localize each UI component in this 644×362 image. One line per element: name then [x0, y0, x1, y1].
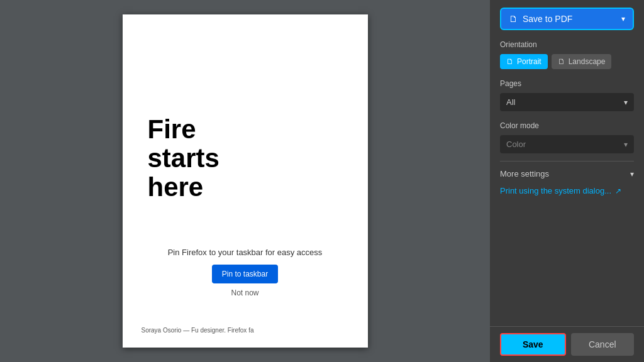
divider — [500, 161, 634, 162]
panel-content: 🗋 Save to PDF ▾ Orientation 🗋 Portrait 🗋… — [490, 0, 644, 326]
page-footer: Soraya Osorio — Fu designer. Firefox fa — [142, 326, 254, 335]
color-mode-chevron-icon: ▾ — [624, 140, 628, 149]
pages-value: All — [506, 97, 515, 107]
pages-section-label: Pages — [500, 79, 634, 88]
save-to-pdf-dropdown[interactable]: 🗋 Save to PDF ▾ — [500, 8, 634, 30]
page-title-text: Fire starts here — [148, 115, 349, 202]
save-button[interactable]: Save — [500, 333, 566, 356]
cancel-button[interactable]: Cancel — [571, 333, 635, 356]
document-icon: 🗋 — [509, 14, 518, 24]
not-now-label: Not now — [167, 288, 324, 297]
orientation-section-label: Orientation — [500, 40, 634, 49]
print-panel: 🗋 Save to PDF ▾ Orientation 🗋 Portrait 🗋… — [490, 0, 644, 362]
chevron-down-icon: ▾ — [621, 14, 625, 23]
color-mode-section-label: Color mode — [500, 121, 634, 130]
color-mode-dropdown[interactable]: Color ▾ — [500, 135, 634, 153]
pin-taskbar-button[interactable]: Pin to taskbar — [212, 265, 278, 283]
page-content: Fire starts here Pin Firefox to your tas… — [123, 14, 368, 348]
pages-dropdown[interactable]: All ▾ — [500, 93, 634, 111]
more-settings-row[interactable]: More settings ▾ — [500, 169, 634, 178]
promo-text: Pin Firefox to your taskbar for easy acc… — [167, 247, 324, 258]
taskbar-promo: Pin Firefox to your taskbar for easy acc… — [167, 247, 324, 297]
portrait-button[interactable]: 🗋 Portrait — [500, 54, 548, 69]
landscape-icon: 🗋 — [558, 57, 565, 66]
pages-chevron-icon: ▾ — [624, 98, 628, 107]
system-dialog-link[interactable]: Print using the system dialog... — [500, 186, 611, 195]
system-dialog-row: Print using the system dialog... ↗ — [500, 186, 634, 195]
page-preview: Fire starts here Pin Firefox to your tas… — [123, 14, 368, 348]
preview-area: Fire starts here Pin Firefox to your tas… — [0, 0, 490, 362]
color-mode-value: Color — [506, 140, 526, 149]
save-to-pdf-label: Save to PDF — [523, 14, 572, 24]
landscape-button[interactable]: 🗋 Landscape — [552, 54, 612, 69]
orientation-group: 🗋 Portrait 🗋 Landscape — [500, 54, 634, 69]
external-link-icon: ↗ — [615, 187, 621, 195]
portrait-icon: 🗋 — [506, 57, 514, 66]
more-settings-label: More settings — [500, 169, 549, 178]
more-settings-chevron-icon: ▾ — [630, 170, 634, 178]
panel-footer: Save Cancel — [490, 326, 644, 362]
save-to-pdf-left: 🗋 Save to PDF — [509, 14, 572, 24]
